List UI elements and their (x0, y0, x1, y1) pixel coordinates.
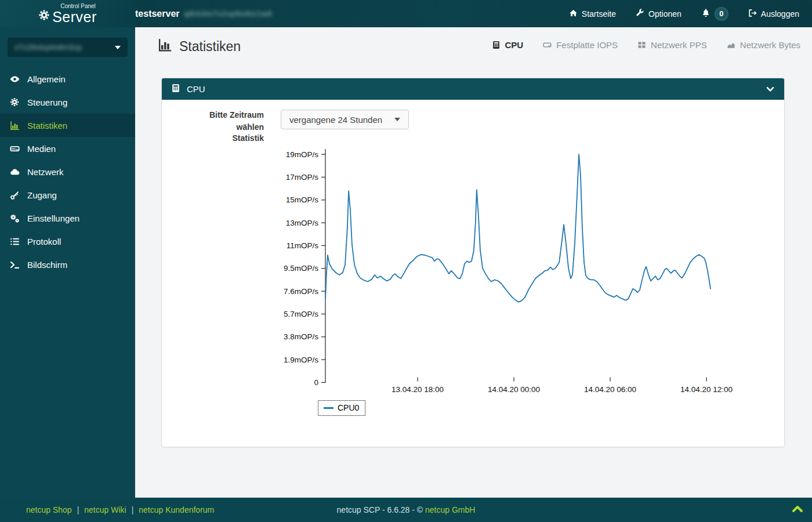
sidebar-item-steuerung[interactable]: Steuerung (0, 90, 135, 114)
svg-text:19mOP/s: 19mOP/s (286, 150, 319, 159)
cpu-icon (171, 84, 180, 95)
brand-name: Server (52, 10, 97, 24)
nav-ausloggen[interactable]: Ausloggen (748, 9, 799, 19)
bell-icon (701, 8, 710, 19)
sidebar-item-zugang[interactable]: Zugang (0, 183, 135, 206)
eye-icon (10, 74, 20, 84)
sidebar-item-protokoll[interactable]: Protokoll (0, 230, 135, 253)
select-caret-icon (394, 118, 400, 121)
panel-body: Bitte Zeitraum wählen Statistik vergange… (162, 100, 784, 447)
svg-text:11mOP/s: 11mOP/s (287, 241, 319, 250)
home-icon (569, 9, 578, 19)
footer-separator: | (77, 505, 79, 514)
nav-startseite[interactable]: Startseite (569, 9, 616, 19)
wrench-icon (636, 9, 644, 19)
top-nav: Startseite Optionen 0 Ausloggen (569, 7, 812, 21)
cpu-panel: CPU Bitte Zeitraum wählen Statistik verg… (161, 78, 785, 447)
panel-title: CPU (187, 84, 205, 94)
chart-legend: CPU0 (318, 400, 365, 416)
svg-text:14.04.20 12:00: 14.04.20 12:00 (680, 385, 733, 394)
cpu-chart: 01.9mOP/s3.8mOP/s5.7mOP/s7.6mOP/s9.5mOP/… (162, 145, 784, 423)
sidebar-item-netzwerk[interactable]: Netzwerk (0, 160, 135, 183)
footer: netcup Shop|netcup Wiki|netcup Kundenfor… (0, 498, 812, 522)
server-dropdown[interactable]: v7s29xkq4m8rt3zp (8, 38, 128, 57)
svg-text:3.8mOP/s: 3.8mOP/s (284, 332, 318, 341)
grid-icon (637, 41, 646, 49)
cloud-icon (10, 167, 20, 177)
tab-netzwerk-bytes[interactable]: Netzwerk Bytes (727, 40, 800, 50)
hdd-icon (10, 144, 20, 154)
server-id-redacted: q8rk3m7x2vp9s4tz1w6 (184, 9, 273, 18)
stat-tabs: CPUFestplatte IOPSNetzwerk PPSNetzwerk B… (492, 40, 800, 50)
app-logo[interactable]: Control Panel Server (0, 0, 135, 27)
tab-cpu[interactable]: CPU (492, 40, 524, 50)
sidebar-item-allgemein[interactable]: Allgemein (0, 67, 135, 90)
chart-canvas: 01.9mOP/s3.8mOP/s5.7mOP/s7.6mOP/s9.5mOP/… (162, 145, 784, 423)
tab-festplatte-iops[interactable]: Festplatte IOPS (543, 40, 618, 50)
notifications[interactable]: 0 (701, 7, 728, 21)
scroll-top-chevron-icon[interactable] (791, 504, 804, 515)
main-content: Statistiken CPUFestplatte IOPSNetzwerk P… (135, 27, 812, 498)
svg-text:14.04.20 00:00: 14.04.20 00:00 (488, 385, 540, 394)
zeitraum-select[interactable]: vergangene 24 Stunden (281, 110, 409, 129)
cpu-panel-header[interactable]: CPU (162, 78, 784, 100)
legend-series-label: CPU0 (338, 403, 359, 412)
calc-icon (492, 41, 501, 49)
statistics-icon (158, 38, 172, 56)
svg-text:7.6mOP/s: 7.6mOP/s (284, 287, 318, 296)
terminal-icon (10, 260, 20, 270)
svg-text:15mOP/s: 15mOP/s (286, 195, 319, 204)
sidebar: v7s29xkq4m8rt3zp AllgemeinSteuerungStati… (0, 27, 135, 498)
svg-text:9.5mOP/s: 9.5mOP/s (284, 264, 318, 273)
key-icon (10, 190, 20, 200)
logo-gear-icon (38, 9, 50, 23)
footer-link-netcup-shop[interactable]: netcup Shop (26, 505, 72, 514)
brand-subtitle: Control Panel (60, 3, 96, 9)
tab-netzwerk-pps[interactable]: Netzwerk PPS (637, 40, 707, 50)
server-name: testserver (135, 9, 180, 19)
sidebar-item-statistiken[interactable]: Statistiken (0, 114, 135, 137)
svg-text:13.04.20 18:00: 13.04.20 18:00 (392, 385, 444, 394)
collapse-chevron-icon[interactable] (766, 85, 775, 93)
gear-icon (10, 97, 20, 107)
footer-netcup-link[interactable]: netcup GmbH (425, 505, 475, 514)
disk-icon (543, 41, 552, 49)
chevron-down-icon (115, 46, 121, 49)
svg-text:14.04.20 06:00: 14.04.20 06:00 (584, 385, 636, 394)
top-bar: Control Panel Server testserver q8rk3m7x… (0, 0, 812, 27)
zeitraum-label: Bitte Zeitraum wählen (162, 109, 264, 133)
cogs-icon (10, 213, 20, 223)
footer-links: netcup Shop|netcup Wiki|netcup Kundenfor… (0, 505, 214, 514)
footer-separator: | (132, 505, 134, 514)
nav-optionen[interactable]: Optionen (636, 9, 682, 19)
notification-count-badge: 0 (715, 7, 728, 21)
stats-icon (10, 121, 20, 130)
legend-line-swatch (324, 407, 334, 409)
list-icon (10, 237, 20, 246)
page-header: Statistiken CPUFestplatte IOPSNetzwerk P… (135, 27, 812, 68)
footer-link-netcup-kundenforum[interactable]: netcup Kundenforum (139, 505, 214, 514)
svg-text:13mOP/s: 13mOP/s (286, 219, 319, 227)
sidebar-item-medien[interactable]: Medien (0, 137, 135, 160)
statistik-label: Statistik (162, 133, 264, 143)
area-icon (727, 41, 735, 49)
svg-text:5.7mOP/s: 5.7mOP/s (284, 310, 318, 318)
svg-text:0: 0 (314, 378, 318, 387)
footer-link-netcup-wiki[interactable]: netcup Wiki (84, 505, 126, 514)
sidebar-menu: AllgemeinSteuerungStatistikenMedienNetzw… (0, 67, 135, 276)
page-title: Statistiken (158, 38, 241, 56)
svg-text:1.9mOP/s: 1.9mOP/s (284, 356, 318, 364)
server-dropdown-redacted: v7s29xkq4m8rt3zp (14, 44, 82, 52)
svg-text:17mOP/s: 17mOP/s (286, 173, 319, 182)
sidebar-item-einstellungen[interactable]: Einstellungen (0, 206, 135, 230)
sidebar-item-bildschirm[interactable]: Bildschirm (0, 253, 135, 276)
logout-icon (748, 9, 757, 19)
